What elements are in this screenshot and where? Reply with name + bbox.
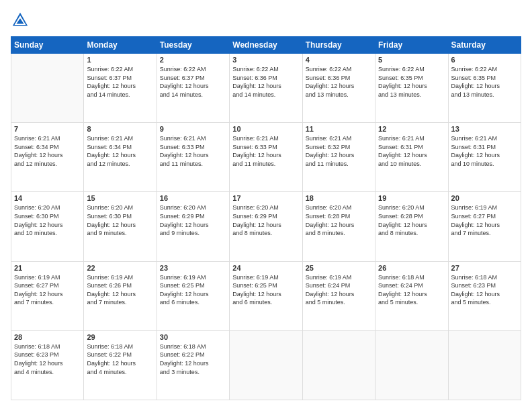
day-header-tuesday: Tuesday <box>157 37 229 54</box>
day-info: Sunrise: 6:19 AM Sunset: 6:25 PM Dayligh… <box>160 273 226 307</box>
calendar-cell: 28Sunrise: 6:18 AM Sunset: 6:23 PM Dayli… <box>11 330 84 400</box>
day-number: 4 <box>306 56 372 64</box>
day-info: Sunrise: 6:21 AM Sunset: 6:33 PM Dayligh… <box>160 134 226 168</box>
day-header-saturday: Saturday <box>448 37 521 54</box>
day-header-friday: Friday <box>375 37 448 54</box>
calendar-week-4: 21Sunrise: 6:19 AM Sunset: 6:27 PM Dayli… <box>11 261 521 330</box>
day-number: 20 <box>451 194 518 202</box>
day-number: 16 <box>160 194 226 202</box>
day-number: 23 <box>160 264 226 272</box>
calendar-week-2: 7Sunrise: 6:21 AM Sunset: 6:34 PM Daylig… <box>11 123 521 192</box>
day-number: 28 <box>14 333 81 341</box>
day-header-sunday: Sunday <box>11 37 84 54</box>
calendar-cell: 30Sunrise: 6:18 AM Sunset: 6:22 PM Dayli… <box>157 330 229 400</box>
page: SundayMondayTuesdayWednesdayThursdayFrid… <box>0 0 532 411</box>
calendar-cell <box>302 330 375 400</box>
day-number: 25 <box>306 264 372 272</box>
calendar-cell: 21Sunrise: 6:19 AM Sunset: 6:27 PM Dayli… <box>11 261 84 330</box>
day-number: 10 <box>232 125 299 133</box>
day-info: Sunrise: 6:22 AM Sunset: 6:36 PM Dayligh… <box>306 65 372 99</box>
day-number: 22 <box>87 264 153 272</box>
day-info: Sunrise: 6:21 AM Sunset: 6:34 PM Dayligh… <box>87 134 153 168</box>
day-info: Sunrise: 6:22 AM Sunset: 6:35 PM Dayligh… <box>378 65 445 99</box>
calendar-cell: 20Sunrise: 6:19 AM Sunset: 6:27 PM Dayli… <box>448 192 521 261</box>
day-number: 30 <box>160 333 226 341</box>
day-info: Sunrise: 6:20 AM Sunset: 6:30 PM Dayligh… <box>87 203 153 237</box>
day-number: 13 <box>451 125 518 133</box>
day-number: 21 <box>14 264 81 272</box>
calendar-cell: 18Sunrise: 6:20 AM Sunset: 6:28 PM Dayli… <box>302 192 375 261</box>
day-info: Sunrise: 6:20 AM Sunset: 6:29 PM Dayligh… <box>232 203 299 237</box>
calendar-cell: 19Sunrise: 6:20 AM Sunset: 6:28 PM Dayli… <box>375 192 448 261</box>
day-number: 9 <box>160 125 226 133</box>
day-info: Sunrise: 6:21 AM Sunset: 6:31 PM Dayligh… <box>451 134 518 168</box>
calendar-cell: 25Sunrise: 6:19 AM Sunset: 6:24 PM Dayli… <box>302 261 375 330</box>
calendar-cell <box>11 54 84 123</box>
calendar-cell: 4Sunrise: 6:22 AM Sunset: 6:36 PM Daylig… <box>302 54 375 123</box>
calendar-cell: 10Sunrise: 6:21 AM Sunset: 6:33 PM Dayli… <box>230 123 302 192</box>
calendar-week-3: 14Sunrise: 6:20 AM Sunset: 6:30 PM Dayli… <box>11 192 521 261</box>
day-header-wednesday: Wednesday <box>230 37 302 54</box>
day-info: Sunrise: 6:18 AM Sunset: 6:24 PM Dayligh… <box>378 273 445 307</box>
calendar-cell: 24Sunrise: 6:19 AM Sunset: 6:25 PM Dayli… <box>230 261 302 330</box>
day-info: Sunrise: 6:22 AM Sunset: 6:37 PM Dayligh… <box>87 65 153 99</box>
day-info: Sunrise: 6:20 AM Sunset: 6:30 PM Dayligh… <box>14 203 81 237</box>
day-info: Sunrise: 6:21 AM Sunset: 6:31 PM Dayligh… <box>378 134 445 168</box>
day-number: 24 <box>232 264 299 272</box>
day-info: Sunrise: 6:19 AM Sunset: 6:26 PM Dayligh… <box>87 273 153 307</box>
day-number: 5 <box>378 56 445 64</box>
calendar-cell: 26Sunrise: 6:18 AM Sunset: 6:24 PM Dayli… <box>375 261 448 330</box>
calendar-week-1: 1Sunrise: 6:22 AM Sunset: 6:37 PM Daylig… <box>11 54 521 123</box>
calendar-cell: 22Sunrise: 6:19 AM Sunset: 6:26 PM Dayli… <box>84 261 157 330</box>
day-number: 7 <box>14 125 81 133</box>
logo-icon <box>11 11 30 30</box>
day-number: 6 <box>451 56 518 64</box>
calendar-cell: 27Sunrise: 6:18 AM Sunset: 6:23 PM Dayli… <box>448 261 521 330</box>
day-info: Sunrise: 6:18 AM Sunset: 6:22 PM Dayligh… <box>87 342 153 376</box>
calendar-cell: 15Sunrise: 6:20 AM Sunset: 6:30 PM Dayli… <box>84 192 157 261</box>
day-number: 18 <box>306 194 372 202</box>
day-info: Sunrise: 6:20 AM Sunset: 6:28 PM Dayligh… <box>306 203 372 237</box>
day-info: Sunrise: 6:19 AM Sunset: 6:27 PM Dayligh… <box>451 203 518 237</box>
calendar-table: SundayMondayTuesdayWednesdayThursdayFrid… <box>11 36 521 400</box>
header <box>11 11 521 30</box>
day-info: Sunrise: 6:22 AM Sunset: 6:35 PM Dayligh… <box>451 65 518 99</box>
calendar-cell: 1Sunrise: 6:22 AM Sunset: 6:37 PM Daylig… <box>84 54 157 123</box>
day-number: 26 <box>378 264 445 272</box>
calendar-cell: 17Sunrise: 6:20 AM Sunset: 6:29 PM Dayli… <box>230 192 302 261</box>
calendar-cell: 6Sunrise: 6:22 AM Sunset: 6:35 PM Daylig… <box>448 54 521 123</box>
calendar-cell: 2Sunrise: 6:22 AM Sunset: 6:37 PM Daylig… <box>157 54 229 123</box>
day-number: 27 <box>451 264 518 272</box>
day-number: 29 <box>87 333 153 341</box>
day-info: Sunrise: 6:19 AM Sunset: 6:27 PM Dayligh… <box>14 273 81 307</box>
day-number: 2 <box>160 56 226 64</box>
day-info: Sunrise: 6:18 AM Sunset: 6:23 PM Dayligh… <box>14 342 81 376</box>
day-number: 19 <box>378 194 445 202</box>
day-info: Sunrise: 6:19 AM Sunset: 6:25 PM Dayligh… <box>232 273 299 307</box>
day-number: 15 <box>87 194 153 202</box>
calendar-cell <box>448 330 521 400</box>
day-info: Sunrise: 6:20 AM Sunset: 6:29 PM Dayligh… <box>160 203 226 237</box>
day-number: 12 <box>378 125 445 133</box>
day-info: Sunrise: 6:22 AM Sunset: 6:36 PM Dayligh… <box>232 65 299 99</box>
day-info: Sunrise: 6:18 AM Sunset: 6:23 PM Dayligh… <box>451 273 518 307</box>
calendar-cell <box>230 330 302 400</box>
day-number: 8 <box>87 125 153 133</box>
calendar-cell: 16Sunrise: 6:20 AM Sunset: 6:29 PM Dayli… <box>157 192 229 261</box>
day-info: Sunrise: 6:18 AM Sunset: 6:22 PM Dayligh… <box>160 342 226 376</box>
day-number: 1 <box>87 56 153 64</box>
calendar-cell: 23Sunrise: 6:19 AM Sunset: 6:25 PM Dayli… <box>157 261 229 330</box>
day-info: Sunrise: 6:22 AM Sunset: 6:37 PM Dayligh… <box>160 65 226 99</box>
day-info: Sunrise: 6:21 AM Sunset: 6:33 PM Dayligh… <box>232 134 299 168</box>
calendar-cell: 7Sunrise: 6:21 AM Sunset: 6:34 PM Daylig… <box>11 123 84 192</box>
day-number: 14 <box>14 194 81 202</box>
day-info: Sunrise: 6:19 AM Sunset: 6:24 PM Dayligh… <box>306 273 372 307</box>
logo <box>11 11 32 30</box>
day-info: Sunrise: 6:21 AM Sunset: 6:32 PM Dayligh… <box>306 134 372 168</box>
day-number: 3 <box>232 56 299 64</box>
calendar-cell: 13Sunrise: 6:21 AM Sunset: 6:31 PM Dayli… <box>448 123 521 192</box>
calendar-cell: 8Sunrise: 6:21 AM Sunset: 6:34 PM Daylig… <box>84 123 157 192</box>
calendar-cell <box>375 330 448 400</box>
day-info: Sunrise: 6:20 AM Sunset: 6:28 PM Dayligh… <box>378 203 445 237</box>
calendar-cell: 9Sunrise: 6:21 AM Sunset: 6:33 PM Daylig… <box>157 123 229 192</box>
